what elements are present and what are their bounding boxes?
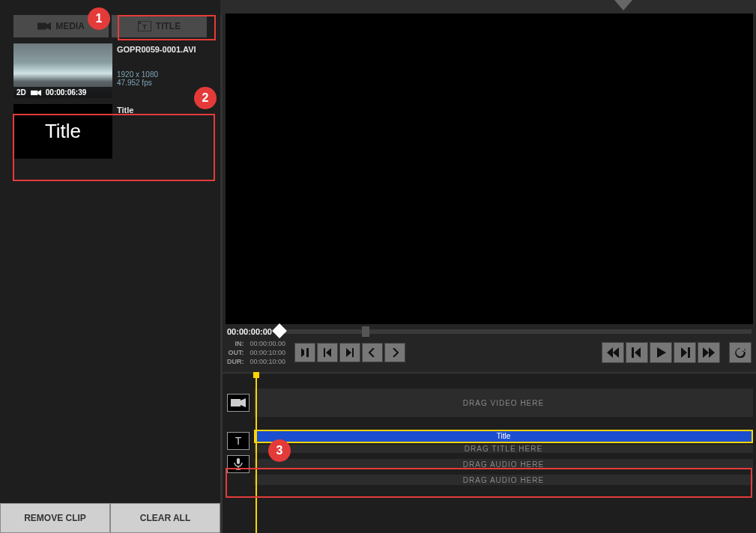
svg-point-5 (139, 22, 141, 24)
clip-fps: 47.952 fps (117, 79, 196, 87)
text-icon: T (138, 21, 151, 31)
media-clip[interactable]: 2D 00:00:06:39 GOPR0059-0001.AVI 1920 x … (13, 43, 207, 98)
video-track-icon (227, 394, 250, 412)
clip-list: 2D 00:00:06:39 GOPR0059-0001.AVI 1920 x … (0, 39, 220, 169)
rewind-button[interactable] (602, 342, 624, 363)
split-right-button[interactable] (384, 343, 405, 362)
library-panel: MEDIA T TITLE 2D 00:00:06:39 GOPR0059-00… (0, 0, 220, 533)
preview-viewport (226, 13, 753, 324)
title-clip-name: Title (117, 106, 133, 115)
svg-rect-11 (237, 458, 240, 464)
fast-fwd-button[interactable] (698, 342, 720, 363)
title-clip[interactable]: Title Title (13, 104, 207, 159)
title-track[interactable]: T Title DRAG TITLE HERE (226, 427, 753, 454)
svg-marker-1 (46, 22, 51, 31)
camera-mini-icon (31, 89, 41, 97)
scrub-slider[interactable] (279, 329, 752, 334)
clip-thumbnail: 2D 00:00:06:39 (13, 43, 112, 98)
clip-duration: 00:00:06:39 (46, 88, 86, 97)
playhead-diamond-icon[interactable] (272, 323, 287, 338)
loop-button[interactable] (729, 342, 752, 363)
goto-end-button[interactable] (339, 343, 360, 362)
svg-rect-6 (31, 90, 37, 94)
tab-title-label: TITLE (156, 21, 181, 31)
svg-rect-0 (37, 23, 46, 30)
svg-rect-8 (231, 399, 241, 406)
camera-icon (37, 21, 51, 31)
title-track-icon: T (227, 432, 250, 450)
mark-in-button[interactable] (294, 343, 315, 362)
audio-track-lane-2[interactable]: DRAG AUDIO HERE (254, 475, 753, 485)
title-thumbnail: Title (13, 104, 112, 159)
transport: 00:00:00:00 IN: OUT: DUR: 00:00:00.00 00… (223, 324, 756, 372)
svg-marker-9 (241, 398, 246, 407)
timeline-playhead[interactable] (255, 375, 257, 533)
video-track-lane[interactable]: DRAG VIDEO HERE (254, 389, 753, 417)
svg-marker-7 (37, 90, 41, 96)
in-label: IN: (235, 340, 244, 347)
clear-all-button[interactable]: CLEAR ALL (110, 503, 220, 533)
thumb-overlay: 2D 00:00:06:39 (13, 87, 112, 98)
play-button[interactable] (650, 342, 672, 363)
clip-resolution: 1920 x 1080 (117, 70, 196, 79)
current-timecode: 00:00:00:00 (227, 327, 272, 336)
audio-track-1[interactable]: DRAG AUDIO HERE (226, 457, 753, 471)
audio-track-lane-1[interactable]: DRAG AUDIO HERE (254, 459, 753, 469)
library-tabs: MEDIA T TITLE (0, 0, 220, 39)
clip-filename: GOPR0059-0001.AVI (117, 45, 196, 54)
dur-label: DUR: (227, 358, 244, 365)
tab-media[interactable]: MEDIA (13, 15, 109, 37)
mic-track-icon (227, 455, 250, 473)
svg-text:T: T (142, 22, 147, 31)
range-knob[interactable] (362, 326, 369, 337)
out-value: 00:00:10:00 (250, 348, 286, 357)
split-left-button[interactable] (362, 343, 383, 362)
title-track-clip[interactable]: Title (254, 430, 753, 443)
dur-value: 00:00:10:00 (250, 357, 286, 366)
timeline: DRAG VIDEO HERE T Title DRAG TITLE HERE … (223, 372, 756, 533)
svg-point-2 (39, 23, 40, 25)
video-track[interactable]: DRAG VIDEO HERE (226, 381, 753, 424)
tab-title[interactable]: T TITLE (112, 15, 207, 37)
clip-2d-badge: 2D (16, 88, 26, 97)
title-track-lane[interactable]: DRAG TITLE HERE (254, 445, 753, 453)
step-back-button[interactable] (626, 342, 648, 363)
goto-start-button[interactable] (317, 343, 338, 362)
step-fwd-button[interactable] (674, 342, 696, 363)
main-area: 00:00:00:00 IN: OUT: DUR: 00:00:00.00 00… (220, 0, 756, 533)
svg-text:T: T (235, 435, 242, 447)
out-label: OUT: (229, 349, 244, 356)
tab-media-label: MEDIA (55, 21, 85, 31)
title-thumb-text: Title (45, 120, 81, 143)
in-value: 00:00:00.00 (250, 339, 286, 348)
audio-track-2[interactable]: DRAG AUDIO HERE (226, 474, 753, 486)
remove-clip-button[interactable]: REMOVE CLIP (0, 503, 110, 533)
